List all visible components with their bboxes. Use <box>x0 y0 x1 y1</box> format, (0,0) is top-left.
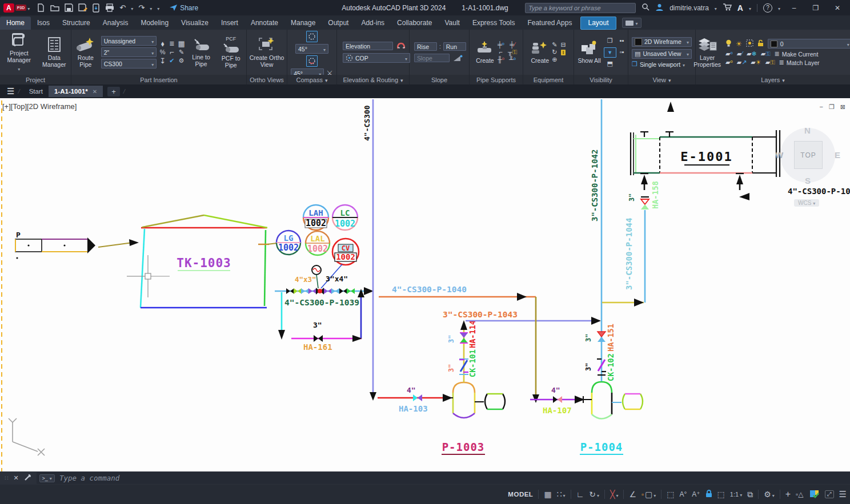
tab-insert[interactable]: Insert <box>215 17 244 30</box>
viewcube[interactable]: N W E S TOP <box>780 128 835 183</box>
insert-component-icon[interactable]: % <box>160 49 166 55</box>
rise-input[interactable] <box>414 42 437 51</box>
create-support-button[interactable]: Create <box>475 41 495 64</box>
restore-button[interactable]: ❐ <box>808 4 824 12</box>
new-file-icon[interactable] <box>37 3 45 12</box>
visibility-cube-plus-icon[interactable]: ⬒ <box>607 61 613 67</box>
slope-indicator-icon[interactable] <box>453 54 463 62</box>
save-icon[interactable] <box>65 3 73 12</box>
layer-vpfreeze-icon[interactable]: ▰☀ <box>751 59 761 66</box>
tab-vault[interactable]: Vault <box>438 17 466 30</box>
slope-input[interactable] <box>414 54 450 62</box>
command-bar[interactable]: ∷ ✕ >_ <box>0 471 850 485</box>
drawing-canvas[interactable]: P TK-1003 LG 1 <box>0 98 850 471</box>
isolate-objects-icon[interactable]: + <box>785 489 791 499</box>
view-panel-caret-icon[interactable] <box>668 76 671 83</box>
undo-caret-icon[interactable] <box>131 4 133 12</box>
visual-style-dropdown[interactable]: 2D Wireframe <box>632 37 692 47</box>
tab-featured-apps[interactable]: Featured Apps <box>521 17 578 30</box>
tab-document-active[interactable]: 1-A1-1001* ✕ <box>49 86 103 97</box>
vp-minimize-icon[interactable]: − <box>819 103 823 111</box>
viewcube-south[interactable]: S <box>805 176 811 186</box>
close-button[interactable]: ✕ <box>829 4 845 12</box>
layer-walk-icon[interactable]: ▰↗ <box>737 59 747 66</box>
line-number-dropdown[interactable]: Unassigned <box>101 36 157 46</box>
annotation-scale-add-icon[interactable]: A⁺ <box>692 490 700 498</box>
tab-addins[interactable]: Add-ins <box>355 17 391 30</box>
viewport-scale-button[interactable]: 1:1 <box>730 491 742 498</box>
instrument-cv[interactable]: CV 1002 <box>332 239 359 265</box>
visibility-isolate-icon[interactable]: ▫▪ <box>620 49 624 55</box>
clean-screen-icon[interactable]: ⤢ <box>825 490 834 498</box>
elevation-panel-caret-icon[interactable] <box>400 76 403 83</box>
create-ortho-view-button[interactable]: Create Ortho View <box>248 37 285 68</box>
pump-p1003[interactable] <box>444 382 505 418</box>
object-snap-tracking-icon[interactable]: ∠ <box>629 490 636 499</box>
equipment-edit-icon[interactable]: ✎ <box>552 42 557 48</box>
tab-isos[interactable]: Isos <box>31 17 56 30</box>
vp-lock-icon[interactable] <box>705 490 712 499</box>
command-wrench-icon[interactable] <box>24 473 32 483</box>
valve-ha158[interactable] <box>641 197 649 209</box>
tab-express-tools[interactable]: Express Tools <box>466 17 521 30</box>
tab-close-icon[interactable]: ✕ <box>93 88 97 95</box>
instrument-lg[interactable]: LG 1002 <box>276 231 300 255</box>
make-current-button[interactable]: ≣Make Current <box>775 51 819 58</box>
visibility-hide-icon[interactable]: ▪▪ <box>620 38 624 44</box>
instrument-lah[interactable]: LAH 1002 <box>303 205 328 230</box>
new-drawing-button[interactable]: + <box>107 87 120 96</box>
tab-collaborate[interactable]: Collaborate <box>391 17 438 30</box>
vp-maximize-icon[interactable]: ⬚ <box>717 490 725 499</box>
elevation-magnet-icon[interactable] <box>396 42 406 50</box>
valve-ha114[interactable] <box>460 333 468 343</box>
stub-in-icon[interactable]: ↧ <box>159 57 166 64</box>
annotation-visibility-icon[interactable]: ⬚ <box>667 490 674 499</box>
layer-properties-button[interactable]: Layer Properties <box>693 37 721 68</box>
viewport-config-dropdown[interactable]: ❒Single viewport <box>632 61 692 68</box>
tab-structure[interactable]: Structure <box>56 17 97 30</box>
user-avatar-icon[interactable] <box>655 3 664 13</box>
tab-output[interactable]: Output <box>322 17 355 30</box>
app-menu-button[interactable]: A P3D <box>3 3 30 13</box>
tab-annotate[interactable]: Annotate <box>244 17 284 30</box>
layer-off-icon[interactable]: ▰ᵒ <box>725 59 733 66</box>
vp-close-icon[interactable]: ⊠ <box>840 103 845 111</box>
tab-visualize[interactable]: Visualize <box>175 17 215 30</box>
command-recent-button[interactable]: >_ <box>39 474 55 482</box>
named-view-dropdown[interactable]: ▤Unsaved View <box>632 49 692 59</box>
pipe-size-dropdown[interactable]: 2" <box>101 47 157 57</box>
create-equipment-button[interactable]: Create <box>531 41 549 64</box>
object-snap-icon[interactable]: ▫▢ <box>641 490 656 499</box>
wcs-menu[interactable]: WCS <box>794 199 819 207</box>
custom-parts-icon[interactable]: ≣ <box>169 41 174 47</box>
compass-angle1-dropdown[interactable]: 45° <box>295 44 328 54</box>
store-cart-icon[interactable] <box>723 3 732 13</box>
tab-layout[interactable]: Layout <box>580 17 616 30</box>
help-search-input[interactable] <box>525 3 636 13</box>
layers-panel-caret-icon[interactable] <box>782 76 785 83</box>
viewport-controls-label[interactable]: [+][Top][2D Wireframe] <box>2 102 77 111</box>
tab-manage[interactable]: Manage <box>284 17 322 30</box>
help-icon[interactable]: ? <box>763 3 772 13</box>
project-manager-button[interactable]: Project Manager <box>2 32 37 72</box>
show-all-button[interactable]: Show All <box>578 41 600 64</box>
print-icon[interactable] <box>105 3 114 12</box>
instrument-lal[interactable]: LAL 1002 <box>306 231 330 255</box>
save-as-icon[interactable] <box>78 3 87 12</box>
command-close-icon[interactable]: ✕ <box>13 474 18 482</box>
pipe-spec-dropdown[interactable]: CS300 <box>101 59 157 68</box>
viewcube-east[interactable]: E <box>835 150 840 160</box>
equipment-convert-icon[interactable]: ⊟ <box>561 42 566 48</box>
instrument-lc[interactable]: LC 1002 <box>332 205 358 230</box>
isodraft-icon[interactable]: ╳ <box>610 490 618 499</box>
validate-icon[interactable]: ✔ <box>169 58 174 64</box>
minimize-button[interactable]: – <box>786 4 802 12</box>
user-menu-caret-icon[interactable] <box>715 4 717 12</box>
grid-toggle-icon[interactable]: ▦ <box>544 490 551 499</box>
pump-p1004[interactable] <box>583 382 643 419</box>
help-caret-icon[interactable] <box>778 4 780 12</box>
pipe-bend-icon[interactable]: ⌐ <box>170 49 174 56</box>
autodesk-logo-icon[interactable]: A <box>737 3 743 13</box>
run-input[interactable] <box>443 42 466 51</box>
elevation-input[interactable] <box>343 42 393 50</box>
